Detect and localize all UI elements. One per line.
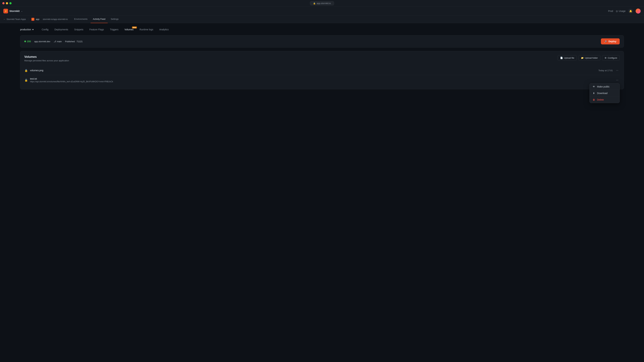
chevron-down-icon[interactable]: ⌄	[21, 10, 23, 12]
window-controls	[2, 2, 12, 4]
breadcrumb-app-name: app	[36, 18, 40, 20]
nav-back-button[interactable]: ← Stormkit Team Apps	[3, 18, 29, 20]
lock-gray-icon: 🔒	[24, 78, 28, 82]
deploy-card: 200 app.stormkit.dev ⎇ main Published: 7…	[20, 35, 624, 48]
subtab-deployments[interactable]: Deployments	[52, 27, 71, 32]
volumes-header: Volumes Manage persisted files across yo…	[24, 55, 620, 62]
file-left: 🔒 volumes.png	[24, 68, 43, 72]
tab-activity-feed[interactable]: Activity Feed	[90, 15, 108, 23]
git-branch: ⎇ main	[54, 40, 62, 43]
delete-label: Delete	[597, 98, 604, 101]
lock-green-icon: 🔒	[24, 68, 28, 72]
status-dot	[24, 40, 26, 42]
env-chevron-icon: ▾	[32, 28, 34, 31]
titlebar: 🔒 app.stormkit.io	[0, 0, 644, 7]
file-item-volumes-png: 🔒 volumes.png Today at 17:01 ···	[24, 66, 620, 75]
deploy-label: Deploy	[608, 40, 616, 43]
file-name-group: test.txt https://api.stormkit.io/volumes…	[30, 77, 113, 83]
volumes-section: Volumes Manage persisted files across yo…	[20, 51, 624, 89]
notifications-button[interactable]: 🔔	[628, 9, 633, 13]
file-left: 🔒 test.txt https://api.stormkit.io/volum…	[24, 77, 113, 83]
usage-icon: ◎	[616, 10, 618, 12]
configure-icon: ⚙	[604, 57, 606, 59]
file-right: Today at 17:01 ···	[598, 68, 620, 72]
volumes-title-group: Volumes Manage persisted files across yo…	[24, 55, 69, 62]
file-item-test-txt: 🔒 test.txt https://api.stormkit.io/volum…	[24, 75, 620, 85]
env-selector[interactable]: production ▾	[20, 28, 34, 31]
back-arrow-icon: ←	[3, 18, 6, 20]
volumes-title: Volumes	[24, 55, 69, 59]
context-menu-delete[interactable]: 🗑 Delete	[590, 96, 620, 103]
minimize-button[interactable]	[6, 2, 8, 4]
breadcrumb-separator: ·	[41, 18, 42, 20]
usage-button[interactable]: ◎ Usage	[616, 10, 626, 12]
env-badge: Prod	[608, 10, 613, 12]
app-header: ⚡ Stormkit ⌄ Prod ◎ Usage 🔔	[0, 7, 644, 15]
breadcrumb-app-icon: ⚡	[31, 18, 34, 21]
upload-folder-label: Upload folder	[585, 57, 598, 59]
nav-back-label: Stormkit Team Apps	[6, 18, 26, 20]
more-options-button-test-txt[interactable]: ···	[615, 78, 620, 82]
subtab-config[interactable]: Config	[39, 27, 51, 32]
subtab-feature-flags[interactable]: Feature Flags	[87, 27, 106, 32]
logo-letter: ⚡	[4, 10, 7, 12]
file-time: Today at 17:01	[598, 69, 613, 72]
app-logo: ⚡	[3, 9, 8, 13]
status-badge: 200	[24, 40, 31, 43]
upload-file-button[interactable]: 📄 Upload file	[558, 55, 577, 61]
app-header-right: Prod ◎ Usage 🔔	[608, 8, 641, 13]
subtab-triggers[interactable]: Triggers	[107, 27, 121, 32]
close-button[interactable]	[2, 2, 4, 4]
subtab-runtime-logs[interactable]: Runtime logs	[137, 27, 156, 32]
volumes-subtitle: Manage persisted files across your appli…	[24, 59, 69, 62]
context-menu-download[interactable]: ⬇ Download	[590, 90, 620, 96]
file-right: ··· 👁 Make public ⬇ Download 🗑	[615, 78, 620, 82]
avatar[interactable]	[636, 8, 641, 13]
subtab-volumes[interactable]: Volumes beta	[122, 27, 136, 32]
breadcrumb-path: stormkit-io/app-stormkit-io	[43, 18, 68, 20]
download-icon: ⬇	[592, 92, 595, 94]
url-text: app.stormkit.io	[317, 2, 331, 4]
subtab-snippets[interactable]: Snippets	[72, 27, 86, 32]
subtab-analytics[interactable]: Analytics	[157, 27, 172, 32]
upload-file-label: Upload file	[564, 57, 574, 59]
download-label: Download	[597, 92, 608, 94]
env-name: production	[20, 28, 31, 31]
git-branch-icon: ⎇	[54, 40, 56, 43]
more-options-button-volumes-png[interactable]: ···	[615, 68, 620, 72]
usage-label: Usage	[619, 10, 626, 12]
url-bar[interactable]: 🔒 app.stormkit.io	[310, 1, 334, 5]
nav-bar: ← Stormkit Team Apps ⚡ app · stormkit-io…	[0, 15, 644, 23]
lock-icon: 🔒	[313, 2, 316, 4]
nav-tabs: Environments Activity Feed Settings	[72, 15, 121, 23]
configure-label: Configure	[608, 57, 617, 59]
eye-icon: 👁	[592, 85, 595, 88]
published-id: 71121	[76, 40, 82, 43]
beta-badge: beta	[132, 26, 137, 28]
sub-tabs: Config Deployments Snippets Feature Flag…	[39, 27, 171, 32]
upload-folder-button[interactable]: 📁 Upload folder	[578, 55, 600, 61]
file-list: 🔒 volumes.png Today at 17:01 ··· 🔒 test.…	[24, 66, 620, 85]
upload-folder-icon: 📁	[581, 57, 584, 59]
trash-icon: 🗑	[592, 98, 595, 101]
make-public-label: Make public	[597, 85, 610, 88]
rocket-icon: 🚀	[604, 40, 607, 43]
file-name: volumes.png	[30, 69, 43, 72]
branch-name: main	[57, 40, 62, 43]
upload-file-icon: 📄	[560, 57, 563, 59]
volumes-actions: 📄 Upload file 📁 Upload folder ⚙ Configur…	[558, 55, 620, 61]
deploy-button[interactable]: 🚀 Deploy	[601, 38, 620, 44]
context-menu-make-public[interactable]: 👁 Make public	[590, 83, 620, 90]
published-info: Published: 71121	[65, 40, 83, 43]
file-name-group: volumes.png	[30, 69, 43, 72]
main-content: production ▾ Config Deployments Snippets…	[0, 23, 644, 93]
maximize-button[interactable]	[10, 2, 12, 4]
context-menu: 👁 Make public ⬇ Download 🗑 Delete	[590, 83, 620, 103]
deploy-info: 200 app.stormkit.dev ⎇ main Published: 7…	[24, 40, 82, 43]
file-name: test.txt	[30, 77, 113, 80]
tab-environments[interactable]: Environments	[72, 15, 90, 23]
deploy-domain: app.stormkit.dev	[34, 40, 50, 43]
tab-settings[interactable]: Settings	[108, 15, 121, 23]
configure-button[interactable]: ⚙ Configure	[602, 55, 620, 61]
breadcrumb: ⚡ app · stormkit-io/app-stormkit-io	[31, 18, 68, 21]
